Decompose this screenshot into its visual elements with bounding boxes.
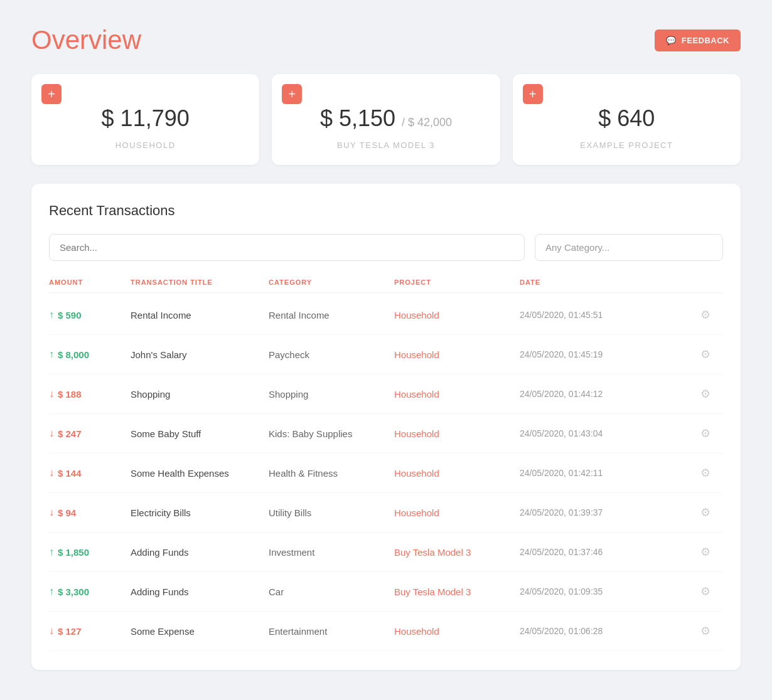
amount-value: $ 1,850 bbox=[58, 547, 89, 558]
gear-button[interactable]: ⚙ bbox=[698, 345, 713, 364]
table-row: ↑ $ 3,300 Adding Funds Car Buy Tesla Mod… bbox=[49, 572, 723, 612]
gear-button[interactable]: ⚙ bbox=[698, 543, 713, 561]
amount-value: $ 127 bbox=[58, 626, 82, 637]
settings-cell: ⚙ bbox=[698, 622, 723, 640]
amount-value: $ 188 bbox=[58, 389, 82, 400]
table-row: ↓ $ 247 Some Baby Stuff Kids: Baby Suppl… bbox=[49, 414, 723, 453]
summary-card-1: + $ 5,150 / $ 42,000 BUY TESLA MODEL 3 bbox=[272, 74, 500, 165]
card-amount-2: $ 640 bbox=[528, 105, 726, 132]
card-label-2: EXAMPLE PROJECT bbox=[528, 141, 726, 150]
amount-value: $ 8,000 bbox=[58, 349, 89, 360]
transaction-category: Paycheck bbox=[269, 349, 394, 360]
table-row: ↓ $ 188 Shopping Shopping Household 24/0… bbox=[49, 374, 723, 414]
transaction-project[interactable]: Household bbox=[394, 626, 520, 637]
table-row: ↑ $ 1,850 Adding Funds Investment Buy Te… bbox=[49, 533, 723, 572]
transaction-project[interactable]: Household bbox=[394, 389, 520, 400]
amount-value: $ 3,300 bbox=[58, 586, 89, 597]
amount-cell: ↑ $ 590 bbox=[49, 309, 131, 321]
gear-button[interactable]: ⚙ bbox=[698, 464, 713, 482]
amount-cell: ↑ $ 1,850 bbox=[49, 546, 131, 558]
table-header: AMOUNT TRANSACTION TITLE CATEGORY PROJEC… bbox=[49, 278, 723, 293]
filters-row: Any Category... bbox=[49, 234, 723, 261]
transaction-project[interactable]: Household bbox=[394, 507, 520, 518]
transaction-category: Utility Bills bbox=[269, 507, 394, 518]
settings-cell: ⚙ bbox=[698, 424, 723, 443]
settings-cell: ⚙ bbox=[698, 503, 723, 522]
amount-cell: ↑ $ 8,000 bbox=[49, 349, 131, 360]
search-input[interactable] bbox=[49, 234, 525, 261]
gear-button[interactable]: ⚙ bbox=[698, 424, 713, 443]
transaction-date: 24/05/2020, 01:06:28 bbox=[520, 626, 698, 636]
income-arrow-icon: ↑ bbox=[49, 309, 54, 321]
settings-cell: ⚙ bbox=[698, 582, 723, 601]
transaction-project[interactable]: Household bbox=[394, 468, 520, 479]
transaction-project[interactable]: Buy Tesla Model 3 bbox=[394, 547, 520, 558]
feedback-label: FEEDBACK bbox=[682, 36, 729, 45]
table-row: ↓ $ 127 Some Expense Entertainment House… bbox=[49, 612, 723, 651]
feedback-icon: 💬 bbox=[666, 36, 677, 45]
table-row: ↑ $ 8,000 John's Salary Paycheck Househo… bbox=[49, 335, 723, 374]
transaction-title: Some Baby Stuff bbox=[131, 428, 269, 439]
amount-value: $ 144 bbox=[58, 468, 82, 479]
amount-cell: ↓ $ 127 bbox=[49, 625, 131, 637]
transaction-project[interactable]: Household bbox=[394, 349, 520, 360]
transaction-title: Adding Funds bbox=[131, 547, 269, 558]
transaction-category: Entertainment bbox=[269, 626, 394, 637]
card-label-0: HOUSEHOLD bbox=[46, 141, 244, 150]
settings-cell: ⚙ bbox=[698, 305, 723, 324]
col-amount: AMOUNT bbox=[49, 278, 131, 286]
transaction-date: 24/05/2020, 01:44:12 bbox=[520, 389, 698, 399]
transaction-category: Car bbox=[269, 586, 394, 597]
transaction-project[interactable]: Household bbox=[394, 428, 520, 439]
transaction-category: Shopping bbox=[269, 389, 394, 400]
income-arrow-icon: ↑ bbox=[49, 349, 54, 360]
transaction-title: Adding Funds bbox=[131, 586, 269, 597]
feedback-button[interactable]: 💬 FEEDBACK bbox=[655, 29, 741, 51]
gear-button[interactable]: ⚙ bbox=[698, 384, 713, 403]
gear-button[interactable]: ⚙ bbox=[698, 503, 713, 522]
card-amount-0: $ 11,790 bbox=[46, 105, 244, 132]
transaction-title: Some Expense bbox=[131, 626, 269, 637]
gear-button[interactable]: ⚙ bbox=[698, 622, 713, 640]
transaction-date: 24/05/2020, 01:42:11 bbox=[520, 468, 698, 478]
card-add-button-2[interactable]: + bbox=[523, 84, 543, 104]
section-title: Recent Transactions bbox=[49, 203, 723, 219]
card-add-button-0[interactable]: + bbox=[41, 84, 62, 104]
table-row: ↓ $ 144 Some Health Expenses Health & Fi… bbox=[49, 453, 723, 493]
summary-card-0: + $ 11,790 HOUSEHOLD bbox=[31, 74, 259, 165]
gear-button[interactable]: ⚙ bbox=[698, 305, 713, 324]
transaction-date: 24/05/2020, 01:45:51 bbox=[520, 310, 698, 320]
transaction-title: Some Health Expenses bbox=[131, 468, 269, 479]
transaction-project[interactable]: Buy Tesla Model 3 bbox=[394, 586, 520, 597]
settings-cell: ⚙ bbox=[698, 543, 723, 561]
gear-button[interactable]: ⚙ bbox=[698, 582, 713, 601]
page-title: Overview bbox=[31, 25, 141, 55]
expense-arrow-icon: ↓ bbox=[49, 428, 54, 439]
amount-value: $ 247 bbox=[58, 428, 82, 439]
transaction-title: Electricity Bills bbox=[131, 507, 269, 518]
transaction-category: Rental Income bbox=[269, 310, 394, 321]
income-arrow-icon: ↑ bbox=[49, 586, 54, 597]
settings-cell: ⚙ bbox=[698, 345, 723, 364]
transactions-section: Recent Transactions Any Category... AMOU… bbox=[31, 184, 741, 670]
transaction-category: Kids: Baby Supplies bbox=[269, 428, 394, 439]
transaction-category: Investment bbox=[269, 547, 394, 558]
expense-arrow-icon: ↓ bbox=[49, 388, 54, 400]
transaction-date: 24/05/2020, 01:45:19 bbox=[520, 349, 698, 359]
transaction-project[interactable]: Household bbox=[394, 310, 520, 321]
col-project: PROJECT bbox=[394, 278, 520, 286]
summary-cards: + $ 11,790 HOUSEHOLD + $ 5,150 / $ 42,00… bbox=[31, 74, 741, 165]
amount-cell: ↓ $ 144 bbox=[49, 467, 131, 479]
category-select[interactable]: Any Category... bbox=[535, 234, 723, 261]
card-amount-1: $ 5,150 / $ 42,000 bbox=[287, 105, 485, 132]
expense-arrow-icon: ↓ bbox=[49, 625, 54, 637]
card-label-1: BUY TESLA MODEL 3 bbox=[287, 141, 485, 150]
transactions-list: ↑ $ 590 Rental Income Rental Income Hous… bbox=[49, 295, 723, 651]
amount-value: $ 94 bbox=[58, 507, 76, 518]
table-row: ↑ $ 590 Rental Income Rental Income Hous… bbox=[49, 295, 723, 335]
col-date: DATE bbox=[520, 278, 698, 286]
transaction-title: John's Salary bbox=[131, 349, 269, 360]
settings-cell: ⚙ bbox=[698, 464, 723, 482]
income-arrow-icon: ↑ bbox=[49, 546, 54, 558]
card-add-button-1[interactable]: + bbox=[282, 84, 302, 104]
